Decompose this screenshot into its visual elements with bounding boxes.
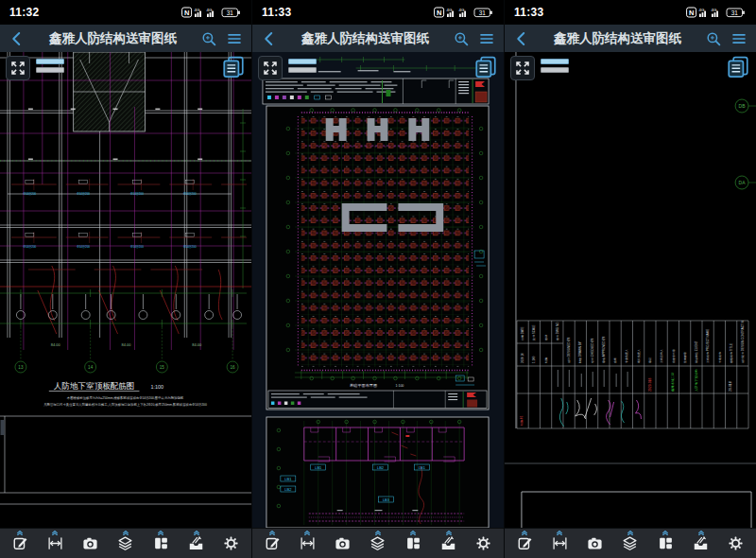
status-bar: 11:33 N 4G 4G 31 (252, 0, 504, 25)
toolbar-camera-button[interactable] (583, 529, 608, 558)
back-icon (513, 30, 530, 47)
toolbar-layout-button[interactable] (148, 529, 173, 558)
camera-icon (82, 535, 98, 551)
svg-text:4G: 4G (195, 8, 200, 12)
toolbar-layout-button[interactable] (653, 529, 678, 558)
red-seal (475, 92, 487, 102)
svg-text:图纸名称 TITLE: 图纸名称 TITLE (730, 343, 733, 363)
blue-bar (541, 59, 569, 64)
toolbar-toolbox-button[interactable] (437, 529, 461, 558)
toolbar-settings-button[interactable] (219, 529, 244, 558)
back-button[interactable] (8, 29, 26, 48)
svg-text:子项名称: 子项名称 (718, 352, 722, 363)
menu-button[interactable] (477, 29, 496, 48)
expand-chevron-icon (192, 530, 200, 535)
expand-chevron-icon (521, 530, 529, 535)
toolbar-settings-button[interactable] (472, 529, 496, 558)
app: 11:32 N 4G 4G 31 鑫雅人防结构送审图纸 (0, 0, 756, 558)
drawing-viewport: Φ14@200Φ14@200Φ14@200Φ14@200 Φ14@200Φ14@… (0, 52, 251, 528)
menu-icon (478, 30, 495, 47)
toolbar-camera-button[interactable] (78, 529, 103, 558)
dimension-lines (0, 289, 247, 359)
drawing-list-button[interactable] (220, 55, 247, 81)
toolbar-toolbox-button[interactable] (689, 529, 713, 558)
signal-icon: 4G (699, 8, 706, 17)
phone-screen-1: 11:32 N 4G 4G 31 鑫雅人防结构送审图纸 (0, 0, 251, 558)
fullscreen-button[interactable] (6, 56, 30, 80)
layout-icon (153, 535, 169, 551)
subproject-name: 人防地下室结构 (694, 369, 698, 392)
menu-button[interactable] (730, 29, 748, 48)
color-bars-button[interactable] (36, 59, 64, 73)
toolbar-measure-button[interactable] (547, 529, 572, 558)
svg-text:专业负责人: 专业负责人 (626, 349, 629, 363)
expand-chevron-icon (662, 530, 670, 535)
toolbar-edit-button[interactable] (260, 529, 284, 558)
red-seal (467, 400, 477, 408)
search-button[interactable] (452, 29, 471, 48)
back-button[interactable] (260, 29, 279, 48)
svg-text:Φ14@200: Φ14@200 (130, 245, 144, 249)
edit-icon (517, 535, 533, 551)
nfc-icon: N (182, 8, 192, 17)
expand-chevron-icon (696, 530, 705, 535)
gear-icon (728, 535, 744, 551)
drawing-list-icon (726, 55, 750, 79)
back-button[interactable] (512, 29, 531, 48)
svg-text:会签: 会签 (613, 357, 617, 363)
phone-screen-2: 11:33 N 4G 4G 31 鑫雅人防结构送审图纸 (252, 0, 504, 558)
titleblock-values: 2020.10 1:100 结施 (521, 353, 548, 363)
status-time: 11:33 (514, 6, 544, 19)
expand-chevron-icon (556, 530, 564, 535)
toolbar-measure-button[interactable] (295, 529, 319, 558)
legend-strip-top (263, 78, 489, 104)
drawing-list-button[interactable] (725, 55, 751, 81)
color-bars-button[interactable] (288, 59, 317, 73)
toolbar-toolbox-button[interactable] (184, 529, 209, 558)
layout-icon (658, 535, 674, 551)
grid-bubbles (15, 361, 238, 373)
bottom-toolbar (505, 528, 756, 558)
svg-text:15: 15 (160, 365, 165, 370)
search-button[interactable] (704, 29, 723, 48)
blue-bar (288, 59, 317, 64)
svg-text:Φ14@200: Φ14@200 (77, 245, 90, 249)
cad-drawing-titleblock[interactable]: DB DA 日期 DATE 比例 SCALE (505, 52, 756, 528)
status-icons: N 4G 4G 31 (434, 7, 494, 18)
svg-text:校对 CHECKED BY: 校对 CHECKED BY (591, 339, 594, 364)
toolbar-layers-button[interactable] (618, 529, 643, 558)
drawing-note-1: 本图楼板标注板厚均为h=250mm,楼板配筋双层双向Φ14@200,图中表示为附… (67, 395, 184, 400)
toolbar-camera-button[interactable] (331, 529, 355, 558)
cad-drawing-foundation-plan[interactable]: 基础平面布置图 1:100 (252, 52, 504, 528)
menu-button[interactable] (225, 29, 244, 48)
color-bars-button[interactable] (541, 59, 569, 73)
svg-text:项目负责人: 项目负责人 (637, 349, 641, 363)
toolbar-layout-button[interactable] (401, 529, 425, 558)
toolbar-layers-button[interactable] (113, 529, 138, 558)
gray-bar (288, 67, 317, 73)
drawing-list-button[interactable] (472, 55, 499, 81)
expand-chevron-icon (373, 530, 382, 535)
svg-text:LB1: LB1 (284, 477, 292, 481)
nfc-icon: N (435, 8, 444, 17)
fullscreen-button[interactable] (258, 56, 283, 80)
camera-icon (587, 535, 603, 551)
status-icons: N 4G 4G 31 (686, 7, 747, 18)
layers-icon (117, 535, 133, 551)
cad-drawing-slab-plan[interactable]: Φ14@200Φ14@200Φ14@200Φ14@200 Φ14@200Φ14@… (0, 52, 251, 528)
layout-icon (405, 535, 421, 551)
toolbar-edit-button[interactable] (8, 529, 32, 558)
svg-text:DB: DB (739, 103, 747, 109)
signal-icon-2: 4G (207, 8, 214, 17)
left-margin-text (0, 420, 4, 435)
toolbar-settings-button[interactable] (724, 529, 748, 558)
svg-text:13: 13 (18, 365, 24, 370)
toolbar-measure-button[interactable] (43, 529, 67, 558)
toolbar-layers-button[interactable] (366, 529, 390, 558)
grid-bubble-labels: 13141516 (18, 365, 235, 370)
signal-icon: 4G (447, 8, 454, 17)
search-button[interactable] (199, 29, 218, 48)
fullscreen-button[interactable] (510, 56, 535, 80)
app-titlebar: 鑫雅人防结构送审图纸 (505, 25, 756, 52)
toolbar-edit-button[interactable] (512, 529, 537, 558)
